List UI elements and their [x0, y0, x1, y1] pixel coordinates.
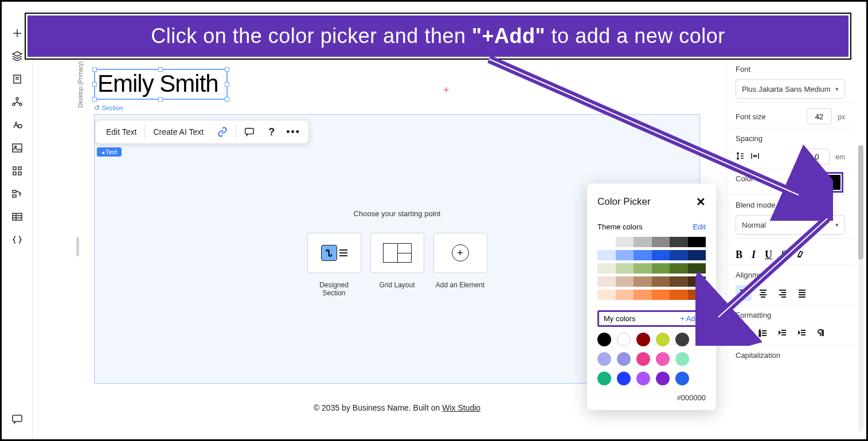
strikethrough-button[interactable]: S	[781, 249, 787, 261]
theme-color-cell[interactable]	[616, 263, 634, 274]
edit-text-button[interactable]: Edit Text	[99, 120, 143, 144]
theme-color-cell[interactable]	[634, 237, 652, 247]
my-color-chip[interactable]	[617, 352, 631, 366]
theme-color-cell[interactable]	[597, 250, 616, 260]
theme-color-cell[interactable]	[670, 276, 688, 287]
close-icon[interactable]: ✕	[696, 195, 706, 209]
layers-icon[interactable]	[9, 48, 25, 64]
section-label[interactable]: Section	[94, 104, 123, 112]
theme-color-cell[interactable]	[652, 276, 670, 287]
footer-link[interactable]: Wix Studio	[442, 403, 480, 412]
heading-text[interactable]: Emily Smith	[97, 70, 218, 97]
my-color-chip[interactable]	[617, 333, 631, 346]
direction-button[interactable]	[814, 325, 830, 341]
theme-color-cell[interactable]	[688, 263, 706, 274]
vertical-scrollbar[interactable]	[858, 145, 863, 432]
my-color-chip[interactable]	[636, 333, 650, 346]
theme-color-cell[interactable]	[652, 237, 670, 247]
highlight-button[interactable]	[796, 249, 806, 261]
card-add-element[interactable]: + Add an Element	[433, 233, 487, 297]
resize-handle[interactable]	[225, 67, 229, 72]
theme-color-cell[interactable]	[616, 276, 634, 287]
card-grid-layout[interactable]: Grid Layout	[370, 233, 424, 297]
my-color-chip[interactable]	[656, 352, 670, 366]
comments-icon[interactable]	[9, 411, 25, 427]
theme-color-cell[interactable]	[652, 250, 670, 260]
align-left-button[interactable]	[736, 285, 752, 301]
my-color-chip[interactable]	[617, 372, 631, 385]
theme-color-cell[interactable]	[688, 237, 706, 247]
italic-button[interactable]: I	[752, 249, 756, 261]
bold-button[interactable]: B	[736, 249, 742, 261]
table-icon[interactable]	[9, 209, 25, 225]
align-justify-button[interactable]	[794, 285, 810, 301]
page-icon[interactable]	[9, 71, 25, 87]
theme-color-cell[interactable]	[634, 276, 652, 287]
indent-button[interactable]	[794, 325, 810, 341]
theme-color-cell[interactable]	[634, 290, 652, 300]
numbered-list-button[interactable]: 123	[755, 325, 771, 341]
theme-color-cell[interactable]	[634, 263, 652, 274]
scrollbar-thumb[interactable]	[858, 145, 863, 260]
outdent-button[interactable]	[775, 325, 791, 341]
theme-color-cell[interactable]	[634, 250, 652, 260]
font-select[interactable]: Plus Jakarta Sans Medium ▾	[736, 79, 845, 99]
font-size-input[interactable]	[807, 108, 832, 124]
resize-handle[interactable]	[92, 67, 97, 72]
resize-handle[interactable]	[158, 97, 163, 102]
align-right-button[interactable]	[775, 285, 791, 301]
blend-select[interactable]: Normal ▾	[736, 215, 845, 235]
theme-color-cell[interactable]	[597, 276, 616, 287]
apps-icon[interactable]	[9, 163, 25, 179]
my-color-chip[interactable]	[636, 352, 650, 366]
color-swatch-button[interactable]	[823, 172, 843, 193]
media-icon[interactable]	[9, 140, 25, 156]
my-color-chip[interactable]	[675, 372, 689, 385]
theme-color-cell[interactable]	[670, 290, 688, 300]
my-color-chip[interactable]	[636, 372, 650, 385]
theme-color-cell[interactable]	[670, 250, 688, 260]
site-structure-icon[interactable]	[9, 94, 25, 110]
line-height-icon[interactable]	[736, 151, 745, 162]
theme-color-cell[interactable]	[652, 290, 670, 300]
code-icon[interactable]	[9, 232, 25, 248]
underline-button[interactable]: U	[765, 249, 772, 261]
create-ai-text-button[interactable]: Create AI Text	[146, 120, 210, 144]
help-icon[interactable]: ?	[261, 120, 281, 144]
edit-theme-link[interactable]: Edit	[693, 223, 706, 231]
cms-icon[interactable]	[9, 186, 25, 202]
typography-icon[interactable]	[9, 117, 25, 133]
resize-handle[interactable]	[92, 97, 97, 102]
my-color-chip[interactable]	[597, 352, 611, 366]
comment-icon[interactable]	[237, 120, 261, 144]
resize-handle[interactable]	[225, 82, 229, 87]
resize-handle[interactable]	[158, 67, 163, 72]
selected-heading[interactable]: Emily Smith	[94, 69, 228, 100]
theme-color-cell[interactable]	[616, 237, 634, 247]
theme-color-cell[interactable]	[616, 290, 634, 300]
more-icon[interactable]: •••	[281, 120, 305, 144]
resize-handle[interactable]	[92, 82, 97, 87]
element-type-tag[interactable]: Text	[97, 147, 122, 157]
add-icon[interactable]	[9, 25, 25, 41]
theme-color-cell[interactable]	[597, 263, 616, 274]
section-drag-handle[interactable]	[76, 237, 79, 256]
my-color-chip[interactable]	[675, 352, 689, 366]
theme-color-cell[interactable]	[652, 263, 670, 274]
theme-color-cell[interactable]	[670, 263, 688, 274]
spacing-input[interactable]	[804, 149, 830, 165]
my-color-chip[interactable]	[597, 333, 611, 346]
align-center-button[interactable]	[755, 285, 771, 301]
my-color-chip[interactable]	[675, 333, 689, 346]
link-icon[interactable]	[210, 120, 234, 144]
add-color-button[interactable]: + Add	[680, 314, 699, 323]
theme-color-cell[interactable]	[597, 237, 616, 247]
theme-color-cell[interactable]	[688, 276, 706, 287]
theme-color-cell[interactable]	[597, 290, 616, 300]
theme-color-cell[interactable]	[670, 237, 688, 247]
bullet-list-button[interactable]	[736, 325, 752, 341]
card-designed-section[interactable]: ᔐ Designed Section	[307, 233, 361, 297]
theme-color-cell[interactable]	[616, 250, 634, 260]
theme-color-cell[interactable]	[688, 250, 706, 260]
theme-color-cell[interactable]	[688, 290, 706, 300]
